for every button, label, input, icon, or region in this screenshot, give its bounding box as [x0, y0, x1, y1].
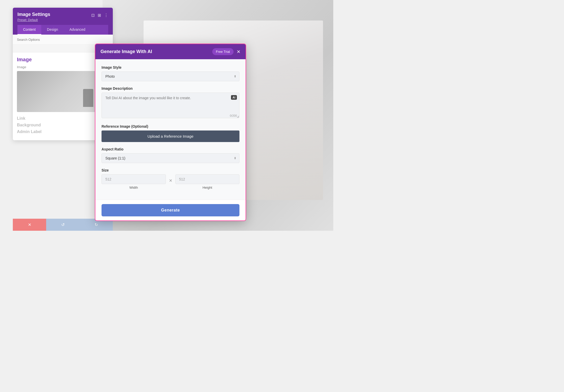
aspect-ratio-section: Aspect Ratio Square (1:1) Landscape (16:… [102, 147, 239, 163]
image-style-select-wrapper: Photo Illustration Painting Sketch [102, 72, 239, 81]
aspect-ratio-select-wrapper: Square (1:1) Landscape (16:9) Portrait (… [102, 153, 239, 163]
close-button[interactable]: ✕ [237, 49, 240, 55]
image-style-select[interactable]: Photo Illustration Painting Sketch [102, 72, 239, 81]
size-row: Width ✕ Height [102, 174, 239, 189]
image-style-section: Image Style Photo Illustration Painting … [102, 65, 239, 81]
ai-dialog: Generate Image With AI Free Trial ✕ Imag… [95, 44, 246, 221]
size-x-separator: ✕ [169, 178, 172, 183]
size-section: Size Width ✕ Height [102, 168, 239, 189]
reference-image-section: Reference Image (Optional) Upload a Refe… [102, 124, 239, 142]
height-group: Height [175, 174, 240, 189]
dialog-overlay: Generate Image With AI Free Trial ✕ Imag… [0, 0, 333, 231]
width-label: Width [129, 186, 138, 189]
image-style-label: Image Style [102, 65, 239, 69]
height-input[interactable] [175, 174, 240, 184]
char-counter: 0/200 [230, 114, 237, 117]
ai-dialog-footer: Generate [95, 200, 246, 220]
free-trial-badge[interactable]: Free Trial [212, 48, 234, 55]
ai-icon-badge: AI [231, 95, 237, 100]
image-description-textarea[interactable] [102, 93, 239, 118]
reference-image-label: Reference Image (Optional) [102, 124, 239, 128]
ai-dialog-header: Generate Image With AI Free Trial ✕ [95, 44, 246, 59]
ai-dialog-title: Generate Image With AI [100, 49, 152, 54]
generate-button[interactable]: Generate [102, 204, 239, 216]
height-label: Height [203, 186, 212, 189]
ai-dialog-body: Image Style Photo Illustration Painting … [95, 59, 246, 200]
width-input[interactable] [102, 174, 166, 184]
size-label: Size [102, 168, 239, 172]
textarea-wrapper: AI 0/200 [102, 93, 239, 119]
image-description-section: Image Description AI 0/200 [102, 86, 239, 119]
aspect-ratio-select[interactable]: Square (1:1) Landscape (16:9) Portrait (… [102, 153, 239, 163]
image-description-label: Image Description [102, 86, 239, 91]
header-right: Free Trial ✕ [212, 48, 240, 55]
upload-reference-button[interactable]: Upload a Reference Image [102, 130, 239, 142]
aspect-ratio-label: Aspect Ratio [102, 147, 239, 151]
width-group: Width [102, 174, 166, 189]
